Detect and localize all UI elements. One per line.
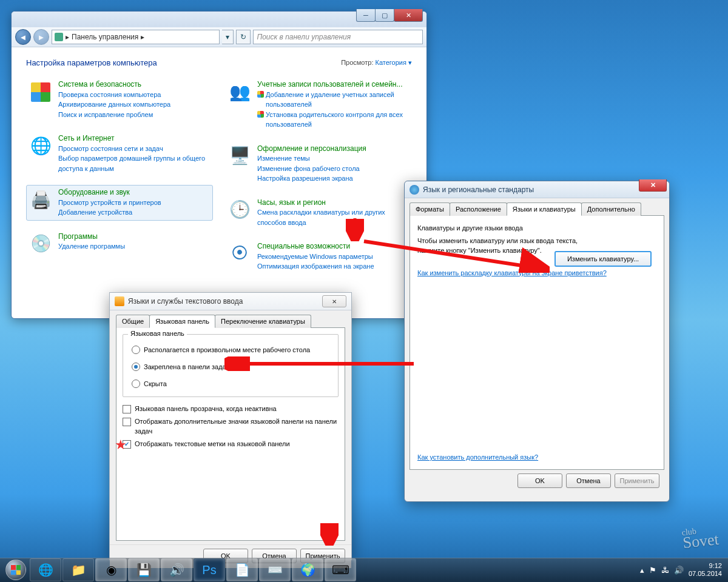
checkbox-icon xyxy=(123,418,131,426)
minimize-button[interactable]: ─ xyxy=(356,9,376,22)
globe-network-icon: 🌐 xyxy=(29,134,52,157)
apply-button[interactable]: Применить xyxy=(615,473,659,488)
start-button[interactable] xyxy=(2,559,29,581)
tab-language-bar[interactable]: Языковая панель xyxy=(149,315,215,328)
forward-button[interactable]: ► xyxy=(33,29,49,45)
disc-icon: 💿 xyxy=(29,232,52,255)
windows-orb-icon xyxy=(5,560,26,580)
rg-titlebar: Язык и региональные стандарты ✕ xyxy=(405,181,669,198)
taskbar-explorer[interactable]: 📁 xyxy=(62,558,94,581)
taskbar-ie[interactable]: 🌐 xyxy=(30,558,61,581)
cp-link[interactable]: Установка родительского контроля для все… xyxy=(257,110,409,130)
page-title: Настройка параметров компьютера xyxy=(26,58,157,67)
cp-link[interactable]: Смена раскладки клавиатуры или других сп… xyxy=(257,207,409,227)
tab-location[interactable]: Расположение xyxy=(450,202,507,216)
radio-icon xyxy=(132,380,140,388)
cp-link[interactable]: Поиск и исправление проблем xyxy=(58,110,210,120)
address-dropdown[interactable]: ▾ xyxy=(222,30,234,44)
maximize-button[interactable]: ▢ xyxy=(375,9,394,22)
close-button[interactable]: ✕ xyxy=(394,9,423,22)
cp-link[interactable]: Архивирование данных компьютера xyxy=(58,99,210,110)
close-button[interactable]: ✕ xyxy=(322,295,346,307)
cat-appearance[interactable]: 🖥️ Оформление и персонализация Изменение… xyxy=(225,141,412,187)
taskbar-save[interactable]: 💾 xyxy=(128,558,160,581)
cp-link[interactable]: Изменение темы xyxy=(257,153,409,164)
taskbar: 🌐 📁 ◉ 💾 🔊 Ps 📄 ⌨️ 🌍 ⌨ ▴ ⚑ 🖧 🔊 9:12 07.05… xyxy=(0,558,728,582)
printer-icon: 🖨️ xyxy=(29,188,52,211)
text-services-dialog: Языки и службы текстового ввода ✕ Общие … xyxy=(109,292,352,560)
taskbar-chrome[interactable]: ◉ xyxy=(95,558,127,581)
cancel-button[interactable]: Отмена xyxy=(566,473,611,488)
help-link-install-language[interactable]: Как установить дополнительный язык? xyxy=(417,453,538,461)
address-bar[interactable]: ▸ Панель управления ▸ xyxy=(52,30,220,44)
cp-link[interactable]: Проверка состояния компьютера xyxy=(58,90,210,100)
rg-tabs: Форматы Расположение Языки и клавиатуры … xyxy=(410,202,664,216)
cp-link[interactable]: Просмотр состояния сети и задач xyxy=(58,144,210,154)
ts-tabs: Общие Языковая панель Переключение клави… xyxy=(116,315,345,328)
shield-icon xyxy=(29,80,52,103)
tab-formats[interactable]: Форматы xyxy=(410,202,450,216)
taskbar-keyboard[interactable]: ⌨️ xyxy=(259,558,291,581)
ts-titlebar: Языки и службы текстового ввода ✕ xyxy=(110,293,351,310)
flag-icon[interactable]: ⚑ xyxy=(649,566,656,575)
back-button[interactable]: ◄ xyxy=(15,29,31,45)
tab-key-switch[interactable]: Переключение клавиатуры xyxy=(215,315,311,328)
region-language-dialog: Язык и региональные стандарты ✕ Форматы … xyxy=(404,181,670,502)
breadcrumb: Панель управления xyxy=(72,33,138,41)
cat-user-accounts[interactable]: 👥 Учетные записи пользователей и семейн.… xyxy=(225,77,412,133)
radio-docked-taskbar[interactable]: Закреплена в панели задач xyxy=(132,363,332,371)
cat-programs[interactable]: 💿 Программы Удаление программы xyxy=(26,229,213,258)
checkbox-additional-icons[interactable]: Отображать дополнительные значки языково… xyxy=(123,417,339,436)
tab-general[interactable]: Общие xyxy=(116,315,150,328)
cp-link[interactable]: Удаление программы xyxy=(58,241,210,252)
cat-hardware-sound[interactable]: 🖨️ Оборудование и звук Просмотр устройст… xyxy=(26,185,213,221)
radio-hidden[interactable]: Скрыта xyxy=(132,380,332,388)
search-input[interactable]: Поиск в панели управления xyxy=(253,30,423,44)
taskbar-word[interactable]: 📄 xyxy=(226,558,258,581)
clock[interactable]: 9:12 07.05.2014 xyxy=(689,562,722,578)
cp-link[interactable]: Просмотр устройств и принтеров xyxy=(58,198,210,208)
view-selector[interactable]: Просмотр: Категория ▾ xyxy=(341,59,412,67)
uac-shield-icon xyxy=(257,111,264,118)
cat-network[interactable]: 🌐 Сеть и Интернет Просмотр состояния сет… xyxy=(26,131,213,176)
desktop-icon: 🖥️ xyxy=(228,144,251,167)
close-button[interactable]: ✕ xyxy=(639,179,667,192)
cat-clock-language-region[interactable]: 🕒 Часы, язык и регион Смена раскладки кл… xyxy=(225,195,412,231)
checkbox-text-labels[interactable]: ★ ✔Отображать текстовые метки на языково… xyxy=(123,440,339,449)
cp-link[interactable]: Добавление устройства xyxy=(58,207,210,218)
cp-link[interactable]: Выбор параметров домашней группы и общег… xyxy=(58,153,210,173)
cp-titlebar: ─ ▢ ✕ xyxy=(12,12,426,27)
tab-keyboards[interactable]: Языки и клавиатуры xyxy=(507,202,582,216)
section-heading: Клавиатуры и другие языки ввода xyxy=(417,223,656,233)
cp-link[interactable]: Добавление и удаление учетных записей по… xyxy=(257,90,409,110)
checkbox-transparent[interactable]: Языковая панель прозрачна, когда неактив… xyxy=(123,404,339,413)
network-tray-icon[interactable]: 🖧 xyxy=(661,566,669,575)
cat-ease-of-access[interactable]: ⦿ Специальные возможности Рекомендуемые … xyxy=(225,239,412,275)
cp-link[interactable]: Оптимизация изображения на экране xyxy=(257,261,409,272)
volume-tray-icon[interactable]: 🔊 xyxy=(674,566,684,575)
ok-button[interactable]: OK xyxy=(517,473,562,488)
taskbar-volume[interactable]: 🔊 xyxy=(161,558,192,581)
taskbar-region[interactable]: 🌍 xyxy=(292,558,323,581)
language-bar-icon xyxy=(115,296,124,306)
taskbar-photoshop[interactable]: Ps xyxy=(194,558,225,581)
cat-system-security[interactable]: Система и безопасность Проверка состояни… xyxy=(26,77,213,122)
radio-floating[interactable]: Располагается в произвольном месте рабоч… xyxy=(132,346,332,354)
change-keyboard-button[interactable]: Изменить клавиатуру... xyxy=(554,251,652,267)
radio-icon xyxy=(132,346,140,354)
show-hidden-icon[interactable]: ▴ xyxy=(640,566,644,575)
taskbar-language-bar[interactable]: ⌨ xyxy=(325,558,356,581)
system-tray[interactable]: ▴ ⚑ 🖧 🔊 9:12 07.05.2014 xyxy=(640,562,726,578)
tab-administrative[interactable]: Дополнительно xyxy=(581,202,641,216)
cp-link[interactable]: Изменение фона рабочего стола xyxy=(257,164,409,174)
control-panel-window: ─ ▢ ✕ ◄ ► ▸ Панель управления ▸ ▾ ↻ Поис… xyxy=(11,11,427,319)
users-icon: 👥 xyxy=(228,80,251,103)
watermark: club Sovet xyxy=(681,524,720,552)
uac-shield-icon xyxy=(257,91,264,98)
cp-link[interactable]: Рекомендуемые Windows параметры xyxy=(257,252,409,262)
radio-icon xyxy=(132,363,140,371)
refresh-button[interactable]: ↻ xyxy=(236,30,251,44)
cp-link[interactable]: Настройка разрешения экрана xyxy=(257,173,409,184)
help-link-welcome-screen[interactable]: Как изменить раскладку клавиатуры на экр… xyxy=(417,269,607,276)
star-annotation-icon: ★ xyxy=(115,436,127,455)
